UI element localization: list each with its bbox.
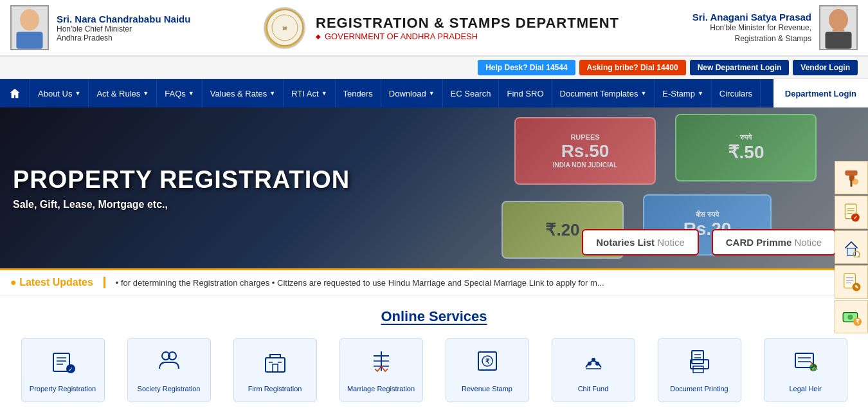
action-bar: Help Desk? Dial 14544 Asking bribe? Dial… [0,57,868,79]
svg-text:✎: ✎ [854,284,859,290]
legal-heir-icon: ✓ [793,348,818,380]
service-revenue-stamp[interactable]: ₹ Revenue Stamp [446,338,529,402]
nav-tenders[interactable]: Tenders [336,79,381,107]
notaries-notice-label: Notice [657,237,685,248]
home-nav-button[interactable] [0,79,30,107]
service-chit-fund[interactable]: Chit Fund [552,338,635,402]
updates-bar: ● Latest Updates • for determining the R… [0,268,868,295]
svg-rect-1 [16,32,42,49]
chevron-down-icon: ▼ [698,90,703,97]
nav-values-rates[interactable]: Values & Rates ▼ [203,79,284,107]
svg-text:✓: ✓ [853,215,858,221]
chevron-down-icon: ▼ [429,90,435,97]
doc-print-icon [687,348,712,380]
hero-text-block: PROPERTY REGISTRATION Sale, Gift, Lease,… [13,166,350,210]
chevron-down-icon: ▼ [188,90,194,97]
svg-rect-11 [845,171,857,176]
minister-photo [819,5,858,50]
svg-point-2 [23,13,37,30]
svg-point-52 [588,362,592,366]
header: Sri. Nara Chandrababu Naidu Hon'ble Chie… [0,0,868,57]
chevron-down-icon: ▼ [269,90,275,97]
nav-ec-search[interactable]: EC Search [443,79,500,107]
svg-point-53 [592,358,595,362]
svg-point-8 [831,13,845,30]
svg-text:₹: ₹ [856,319,860,325]
navbar: About Us ▼ Act & Rules ▼ FAQs ▼ Values &… [0,79,868,107]
hero-subtitle: Sale, Gift, Lease, Mortgage etc., [13,199,350,210]
revenue-stamp-icon: ₹ [475,348,500,380]
card-primme-notice-button[interactable]: CARD Primme Notice [712,229,836,255]
sidebar-hammer-icon-btn[interactable] [835,161,868,194]
society-reg-label: Society Registration [138,385,201,393]
sidebar-home-search-icon-btn[interactable] [835,230,868,264]
notaries-list-label: Notaries List [596,237,655,248]
firm-reg-icon [262,348,288,380]
nav-download[interactable]: Download ▼ [381,79,443,107]
sidebar-application-icon-btn[interactable]: ✎ [835,265,868,299]
online-services-title: Online Services [13,308,855,325]
header-center: 🏛 REGISTRATION & STAMPS DEPARTMENT GOVER… [264,7,619,49]
cm-title2: Andhra Pradesh [57,33,190,42]
svg-text:✓: ✓ [68,366,73,373]
service-legal-heir[interactable]: ✓ Legal Heir [764,338,847,402]
helpdesk-button[interactable]: Help Desk? Dial 14544 [478,60,575,75]
society-reg-icon [156,348,182,380]
chevron-down-icon: ▼ [640,90,646,97]
nav-about-us[interactable]: About Us ▼ [30,79,89,107]
service-document-printing[interactable]: Document Printing [658,338,741,402]
notice-area: Notaries List Notice CARD Primme Notice [582,229,836,255]
doc-print-label: Document Printing [670,385,728,393]
nav-rti-act[interactable]: RTI Act ▼ [284,79,335,107]
service-marriage-registration[interactable]: Marriage Registration [339,338,423,402]
dept-name: REGISTRATION & STAMPS DEPARTMENT [316,15,619,32]
svg-rect-56 [692,351,703,364]
chevron-down-icon: ▼ [143,90,149,97]
legal-heir-label: Legal Heir [789,385,821,393]
online-services-section: Online Services ✓ Property Registration [0,295,868,408]
sidebar-money-icon-btn[interactable]: ₹ [835,300,868,333]
svg-point-30 [847,315,853,320]
sidebar-document-icon-btn[interactable]: ✓ [835,196,868,229]
svg-line-22 [858,256,860,257]
minister-title1: Hon'ble Minister for Revenue, [692,23,811,33]
nav-document-templates[interactable]: Document Templates ▼ [552,79,655,107]
service-firm-registration[interactable]: Firm Registration [233,338,317,402]
svg-text:🏛: 🏛 [282,25,287,32]
service-society-registration[interactable]: Society Registration [127,338,211,402]
minister-info: Sri. Anagani Satya Prasad Hon'ble Minist… [692,12,811,44]
service-property-registration[interactable]: ✓ Property Registration [21,338,105,402]
chevron-down-icon: ▼ [321,90,327,97]
services-grid: ✓ Property Registration Society Registra… [13,338,855,402]
nav-act-rules[interactable]: Act & Rules ▼ [89,79,157,107]
cm-title1: Hon'ble Chief Minister [57,24,190,33]
nav-e-stamp[interactable]: E-Stamp ▼ [655,79,712,107]
bribe-button[interactable]: Asking bribe? Dial 14400 [579,60,686,75]
nav-circulars[interactable]: Circulars [712,79,761,107]
dept-sub: GOVERNMENT OF ANDHRA PRADESH [316,32,619,41]
chit-fund-icon [581,348,606,380]
minister-title2: Registration & Stamps [692,33,811,44]
vendor-login-button[interactable]: Vendor Login [793,60,858,75]
card-primme-label: CARD Primme [726,237,792,248]
revenue-stamp-label: Revenue Stamp [462,385,512,393]
hero-section: RUPEES Rs.50 INDIA NON JUDICIAL रुपये ₹.… [0,107,868,268]
cm-info: Sri. Nara Chandrababu Naidu Hon'ble Chie… [57,14,190,42]
nav-find-sro[interactable]: Find SRO [499,79,552,107]
svg-rect-7 [825,32,851,49]
chevron-down-icon: ▼ [75,90,80,97]
svg-rect-41 [266,358,285,372]
svg-rect-9 [833,30,845,32]
firm-reg-label: Firm Registration [248,385,302,393]
svg-rect-42 [273,364,278,372]
nav-faqs[interactable]: FAQs ▼ [157,79,202,107]
right-sidebar: ✓ ✎ ₹ [835,161,868,333]
govt-emblem: 🏛 [264,7,305,49]
property-reg-label: Property Registration [30,385,96,393]
dept-login-button[interactable]: Department Login [773,79,868,107]
marriage-reg-label: Marriage Registration [347,385,415,393]
property-reg-icon: ✓ [50,348,76,380]
updates-ticker-content: • for determining the Registration charg… [116,278,604,288]
notaries-list-notice-button[interactable]: Notaries List Notice [582,229,699,255]
new-dept-login-button[interactable]: New Department Login [690,60,790,75]
